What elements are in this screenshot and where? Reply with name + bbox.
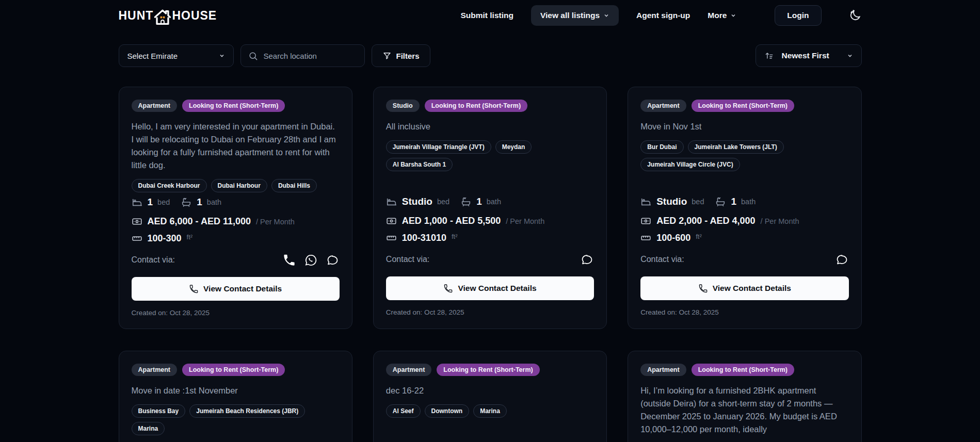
phone-icon[interactable] (282, 253, 296, 267)
banknote-icon (386, 216, 397, 226)
bed-count: Studio (656, 196, 687, 207)
size-range: 100-31010 (402, 233, 446, 243)
bath-label: bath (487, 198, 501, 206)
sort-select[interactable]: Newest First (756, 44, 862, 67)
login-button[interactable]: Login (775, 5, 821, 26)
contact-row: Contact via: (132, 252, 340, 268)
location-tag: Dubai Harbour (211, 179, 267, 192)
contact-label: Contact via: (640, 255, 684, 264)
bed-bath-row: Studio bed 1 bath (640, 196, 848, 207)
price-range: AED 2,000 - AED 4,000 (656, 216, 755, 226)
emirate-select[interactable]: Select Emirate (119, 44, 234, 67)
spacer (132, 192, 340, 197)
main-nav: Submit listing View all listings Agent s… (460, 5, 861, 26)
location-tag: Dubai Hills (271, 179, 317, 192)
view-contact-details-label: View Contact Details (713, 284, 791, 293)
card-details: 1 bed 1 bath AED 6,000 - AED 11,000 / Pe… (132, 197, 340, 317)
location-tag: Downtown (425, 404, 470, 418)
bed-count: Studio (402, 196, 432, 207)
listings-grid: Apartment Looking to Rent (Short-Term) H… (119, 87, 862, 442)
view-contact-details-button[interactable]: View Contact Details (386, 276, 594, 300)
contact-icons (282, 253, 340, 267)
listing-description: Hello, I am very interested in your apar… (132, 120, 340, 172)
chevron-down-icon (219, 53, 225, 59)
funnel-icon (382, 51, 392, 60)
brand-logo[interactable]: HUNT HOUSE (119, 8, 217, 23)
view-contact-details-button[interactable]: View Contact Details (132, 277, 340, 301)
listing-description: dec 16-22 (386, 384, 594, 397)
location-tag: Dubai Creek Harbour (132, 179, 207, 192)
listing-card: Studio Looking to Rent (Short-Term) All … (373, 87, 607, 329)
search-input[interactable] (264, 52, 357, 60)
nav-agent-signup[interactable]: Agent sign-up (636, 11, 690, 20)
price-row: AED 6,000 - AED 11,000 / Per Month (132, 216, 340, 227)
phone-outline-icon (698, 284, 708, 293)
theme-toggle[interactable] (848, 9, 862, 22)
contact-label: Contact via: (386, 255, 429, 264)
nav-view-all-listings[interactable]: View all listings (531, 5, 619, 26)
banknote-icon (640, 216, 651, 226)
property-type-badge: Apartment (640, 100, 686, 112)
size-unit: ft² (187, 233, 193, 241)
listing-description: Move in Nov 1st (640, 120, 848, 133)
size-range: 100-300 (148, 233, 182, 244)
bed-label: bed (157, 198, 170, 206)
listing-intent-badge: Looking to Rent (Short-Term) (425, 100, 527, 112)
listing-intent-badge: Looking to Rent (Short-Term) (437, 364, 539, 376)
ruler-icon (386, 233, 397, 243)
bed-label: bed (692, 198, 704, 206)
contact-label: Contact via: (132, 255, 175, 265)
nav-submit-listing[interactable]: Submit listing (460, 11, 513, 20)
badge-row: Studio Looking to Rent (Short-Term) (386, 100, 594, 112)
listing-intent-badge: Looking to Rent (Short-Term) (692, 364, 794, 376)
bath-count: 1 (476, 196, 482, 207)
spacer (386, 418, 594, 442)
bed-bath-row: Studio bed 1 bath (386, 196, 594, 207)
nav-more[interactable]: More (708, 11, 736, 20)
ruler-icon (132, 233, 142, 244)
bath-icon (715, 196, 726, 207)
listing-card: Apartment Looking to Rent (Short-Term) M… (119, 351, 352, 442)
badge-row: Apartment Looking to Rent (Short-Term) (132, 100, 340, 112)
location-tag: Jumeirah Lake Towers (JLT) (688, 140, 784, 154)
chat-bubble-icon[interactable] (835, 253, 849, 267)
badge-row: Apartment Looking to Rent (Short-Term) (640, 100, 848, 112)
location-tag: Jumeirah Village Circle (JVC) (640, 158, 740, 171)
bed-label: bed (437, 198, 449, 206)
filter-bar: Select Emirate Filters Newest First (119, 44, 862, 67)
chat-bubble-icon[interactable] (580, 253, 594, 267)
contact-icons (580, 253, 594, 267)
filters-button[interactable]: Filters (372, 44, 430, 67)
location-tags: Bur DubaiJumeirah Lake Towers (JLT)Jumei… (640, 140, 848, 171)
view-contact-details-button[interactable]: View Contact Details (640, 276, 848, 300)
listing-description: Move in date :1st November (132, 384, 340, 397)
property-type-badge: Apartment (640, 364, 686, 376)
location-tags: Al SeefDowntownMarina (386, 404, 594, 418)
listing-card: Apartment Looking to Rent (Short-Term) d… (373, 351, 607, 442)
badge-row: Apartment Looking to Rent (Short-Term) (640, 364, 848, 376)
banknote-icon (132, 216, 142, 227)
location-tag: Al Seef (386, 404, 421, 418)
card-details: Studio bed 1 bath AED 2,000 - AED 4,000 … (640, 196, 848, 316)
price-range: AED 1,000 - AED 5,500 (402, 216, 501, 226)
chat-bubble-icon[interactable] (326, 253, 340, 267)
location-tag: Meydan (495, 140, 532, 154)
location-tags: Business BayJumeirah Beach Residences (J… (132, 404, 340, 435)
whatsapp-icon[interactable] (304, 253, 318, 267)
price-period: / Per Month (256, 218, 295, 226)
location-tag: Bur Dubai (640, 140, 683, 154)
price-range: AED 6,000 - AED 11,000 (148, 216, 251, 227)
bath-icon (460, 196, 472, 207)
property-type-badge: Apartment (386, 364, 432, 376)
search-icon (248, 51, 258, 61)
bath-label: bath (741, 198, 756, 206)
ruler-icon (640, 233, 651, 243)
spacer (386, 171, 594, 196)
listing-intent-badge: Looking to Rent (Short-Term) (692, 100, 794, 112)
price-row: AED 2,000 - AED 4,000 / Per Month (640, 216, 848, 226)
listing-card: Apartment Looking to Rent (Short-Term) M… (628, 87, 861, 329)
bed-icon (386, 196, 397, 207)
spacer (640, 171, 848, 196)
card-details: Studio bed 1 bath AED 1,000 - AED 5,500 … (386, 196, 594, 316)
location-tag: Jumeirah Beach Residences (JBR) (189, 404, 305, 418)
